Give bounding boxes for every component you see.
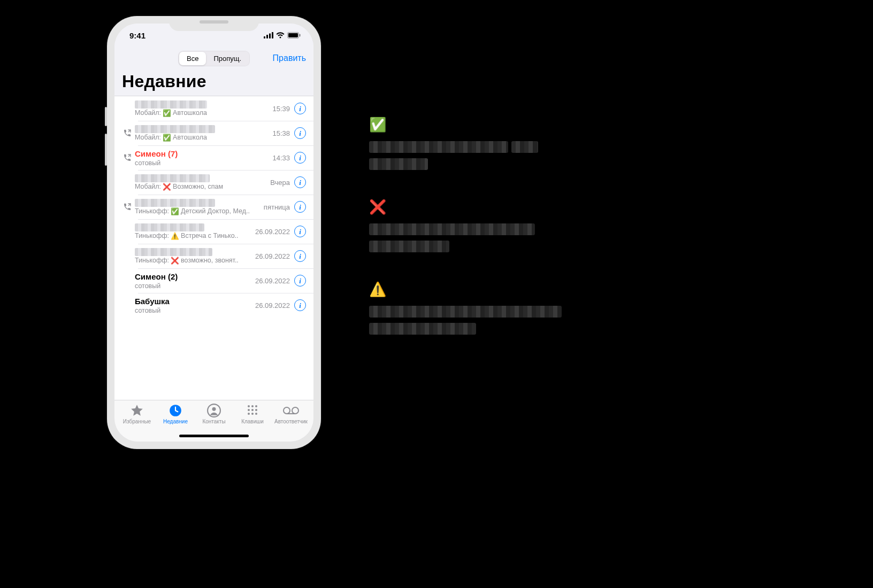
call-body: Тинькофф:❌возможно, звонят.. <box>135 248 251 265</box>
info-button[interactable] <box>294 103 306 114</box>
legend-section: ✅ <box>369 118 669 170</box>
info-button[interactable] <box>294 275 306 287</box>
call-title: Бабушка <box>135 297 251 306</box>
segment-missed[interactable]: Пропущ. <box>206 52 249 65</box>
svg-rect-3 <box>272 32 273 38</box>
call-body: Симеон (2)сотовый <box>135 272 251 290</box>
info-button[interactable] <box>294 201 306 213</box>
status-indicators <box>264 32 301 38</box>
svg-point-15 <box>255 409 257 411</box>
battery-icon <box>287 32 301 38</box>
call-time: 26.09.2022 <box>255 277 290 285</box>
legend-text-line <box>369 141 669 153</box>
call-row[interactable]: Мобайл:❌Возможно, спамВчера <box>114 170 313 195</box>
info-button[interactable] <box>294 250 306 262</box>
blurred-legend-text <box>369 223 535 235</box>
info-button[interactable] <box>294 176 306 188</box>
call-row[interactable]: Мобайл:✅Автошкола15:39 <box>114 96 313 121</box>
svg-point-13 <box>248 409 250 411</box>
tab-label: Контакты <box>202 419 225 424</box>
call-title <box>135 248 251 256</box>
call-title: Симеон (2) <box>135 272 251 282</box>
call-subtitle: сотовый <box>135 159 268 167</box>
svg-rect-6 <box>300 34 301 37</box>
call-row[interactable]: Бабушкасотовый26.09.2022 <box>114 293 313 318</box>
home-indicator[interactable] <box>179 435 249 437</box>
svg-point-18 <box>255 413 257 415</box>
blurred-legend-text <box>369 241 449 252</box>
blurred-legend-text <box>369 141 508 153</box>
caller-id-status-icon: ✅ <box>163 134 171 142</box>
call-row[interactable]: Тинькофф:❌возможно, звонят..26.09.2022 <box>114 244 313 268</box>
legend-panel: ✅❌⚠️ <box>369 118 669 365</box>
call-body: Симеон (7)сотовый <box>135 149 268 167</box>
blurred-legend-text <box>369 306 562 318</box>
call-body: Тинькофф:✅Детский Доктор, Мед.. <box>135 199 259 215</box>
nav-header: Все Пропущ. Править Недавние <box>114 47 313 96</box>
blurred-contact-name <box>135 100 207 109</box>
call-title <box>135 199 259 207</box>
caller-id-status-icon: ✅ <box>171 207 179 215</box>
call-row[interactable]: Тинькофф:⚠️Встреча с Тинько..26.09.2022 <box>114 219 313 244</box>
tab-label: Недавние <box>163 419 188 424</box>
call-body: Бабушкасотовый <box>135 297 251 314</box>
blurred-contact-name <box>135 125 215 133</box>
call-subtitle: сотовый <box>135 307 251 314</box>
caller-id-status-icon: ⚠️ <box>171 232 179 240</box>
call-body: Тинькофф:⚠️Встреча с Тинько.. <box>135 223 251 240</box>
call-title <box>135 174 266 182</box>
legend-text-line <box>369 323 669 335</box>
phone-frame: 9:41 Все Пропущ. Править Недавние Мобайл… <box>107 16 321 449</box>
call-title: Симеон (7) <box>135 149 268 159</box>
call-row[interactable]: Тинькофф:✅Детский Доктор, Мед..пятница <box>114 195 313 219</box>
call-row[interactable]: Симеон (7)сотовый14:33 <box>114 145 313 170</box>
svg-point-9 <box>212 407 216 411</box>
clock-icon <box>169 404 182 417</box>
call-body: Мобайл:❌Возможно, спам <box>135 174 266 191</box>
outgoing-call-icon <box>120 153 135 162</box>
outgoing-call-icon <box>120 203 135 211</box>
legend-mark-icon: ⚠️ <box>369 282 669 296</box>
legend-text-line <box>369 158 669 170</box>
call-time: 26.09.2022 <box>255 252 290 260</box>
call-subtitle: Мобайл:❌Возможно, спам <box>135 183 266 191</box>
svg-point-16 <box>248 413 250 415</box>
tab-voicemail[interactable]: Автоответчик <box>272 404 310 442</box>
svg-rect-1 <box>266 35 268 38</box>
outgoing-call-icon <box>120 129 135 137</box>
info-button[interactable] <box>294 299 306 311</box>
svg-point-17 <box>251 413 254 415</box>
voicemail-icon <box>283 404 299 417</box>
tab-label: Клавиши <box>241 419 264 424</box>
call-row[interactable]: Мобайл:✅Автошкола15:38 <box>114 121 313 145</box>
phone-screen: 9:41 Все Пропущ. Править Недавние Мобайл… <box>114 24 313 442</box>
info-button[interactable] <box>294 127 306 139</box>
tab-favorites[interactable]: Избранные <box>118 404 156 442</box>
call-row[interactable]: Симеон (2)сотовый26.09.2022 <box>114 268 313 293</box>
phone-notch <box>169 16 259 31</box>
caller-id-status-icon: ❌ <box>171 257 179 265</box>
blurred-contact-name <box>135 199 215 207</box>
call-time: 14:33 <box>272 154 290 162</box>
legend-mark-icon: ✅ <box>369 118 669 131</box>
svg-rect-0 <box>264 36 265 38</box>
svg-point-19 <box>284 407 290 414</box>
tab-label: Избранные <box>123 419 151 424</box>
legend-text-line <box>369 223 669 235</box>
blurred-contact-name <box>135 223 204 231</box>
page-title: Недавние <box>122 72 306 91</box>
call-subtitle: Мобайл:✅Автошкола <box>135 134 268 142</box>
person-icon <box>207 404 221 417</box>
svg-point-12 <box>255 405 257 407</box>
call-subtitle: Тинькофф:❌возможно, звонят.. <box>135 257 251 265</box>
info-button[interactable] <box>294 226 306 237</box>
call-time: 15:39 <box>272 105 290 113</box>
star-icon <box>130 404 144 417</box>
info-button[interactable] <box>294 152 306 164</box>
segmented-control[interactable]: Все Пропущ. <box>178 51 250 66</box>
recents-list[interactable]: Мобайл:✅Автошкола15:39Мобайл:✅Автошкола1… <box>114 96 313 400</box>
legend-text-line <box>369 241 669 252</box>
edit-button[interactable]: Править <box>273 53 306 63</box>
segment-all[interactable]: Все <box>179 52 206 65</box>
call-time: 26.09.2022 <box>255 301 290 310</box>
